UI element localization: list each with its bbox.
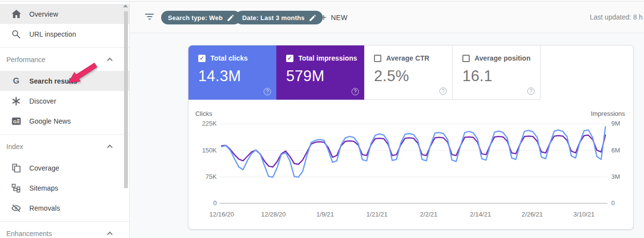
filter-toolbar: Search type: Web Date: Last 3 months + N… xyxy=(130,1,644,33)
chevron-up-icon xyxy=(107,144,112,150)
tile-value: 16.1 xyxy=(462,67,540,85)
tile-label: Total clicks xyxy=(210,54,248,62)
sidebar-item-label: Discover xyxy=(29,97,56,105)
date-range-chip[interactable]: Date: Last 3 months xyxy=(235,11,323,24)
sidebar-item-label: Google News xyxy=(29,117,71,125)
tile-value: 579M xyxy=(286,67,364,85)
magnifier-icon xyxy=(10,29,22,40)
section-label: Performance xyxy=(6,56,45,64)
sidebar-item-discover[interactable]: Discover xyxy=(0,91,129,111)
help-icon[interactable]: ? xyxy=(439,87,447,95)
sidebar-section-performance[interactable]: Performance xyxy=(0,48,129,71)
sidebar-item-label: URL inspection xyxy=(29,30,76,38)
sidebar-item-label: Sitemaps xyxy=(29,184,58,192)
performance-panel: ✓ Total clicks 14.3M ? ✓ Total impressio… xyxy=(188,45,634,230)
sidebar-item-sitemaps[interactable]: Sitemaps xyxy=(0,178,129,198)
svg-text:G: G xyxy=(13,118,17,124)
tile-value: 14.3M xyxy=(198,67,276,85)
new-filter-button[interactable]: + NEW xyxy=(321,11,348,24)
sidebar-item-url-inspection[interactable]: URL inspection xyxy=(0,24,129,44)
chip-label: Search type: Web xyxy=(168,14,223,22)
sidebar-item-coverage[interactable]: Coverage xyxy=(0,158,129,178)
google-news-icon: G xyxy=(10,116,22,127)
tile-filler xyxy=(540,45,633,100)
section-label: Index xyxy=(6,143,23,151)
checkbox-empty-icon[interactable] xyxy=(374,55,381,62)
coverage-pages-icon xyxy=(10,163,22,173)
sidebar: Overview URL inspection Performance G Se… xyxy=(0,1,130,238)
tile-label: Average CTR xyxy=(386,54,430,62)
chevron-up-icon xyxy=(107,57,112,63)
sidebar-item-search-results[interactable]: G Search results xyxy=(0,71,129,91)
tile-label: Total impressions xyxy=(298,54,357,62)
average-position-tile[interactable]: Average position 16.1 ? xyxy=(452,45,540,100)
sidebar-section-index[interactable]: Index xyxy=(0,135,129,158)
edit-pencil-icon xyxy=(228,15,234,21)
chevron-up-icon xyxy=(107,231,112,237)
average-ctr-tile[interactable]: Average CTR 2.5% ? xyxy=(364,45,452,100)
series-line-clicks xyxy=(222,127,605,177)
total-clicks-tile[interactable]: ✓ Total clicks 14.3M ? xyxy=(188,45,276,100)
section-label: Enhancements xyxy=(6,230,52,238)
chip-label: Date: Last 3 months xyxy=(242,14,305,22)
google-g-icon: G xyxy=(10,76,22,87)
scrollbar-up-arrow[interactable] xyxy=(123,4,128,7)
removals-eye-off-icon xyxy=(10,203,22,214)
search-type-chip[interactable]: Search type: Web xyxy=(161,11,241,24)
help-icon[interactable]: ? xyxy=(527,87,535,95)
sidebar-item-label: Coverage xyxy=(29,164,60,172)
tile-value: 2.5% xyxy=(374,67,452,85)
checkbox-empty-icon[interactable] xyxy=(462,55,470,62)
checkbox-checked-icon[interactable]: ✓ xyxy=(198,55,206,62)
performance-chart: Clicks Impressions 225K 150K 75K 0 9M 6M… xyxy=(188,100,633,229)
sidebar-scrollbar[interactable] xyxy=(124,11,128,188)
sidebar-section-enhancements[interactable]: Enhancements xyxy=(0,222,129,238)
sidebar-item-removals[interactable]: Removals xyxy=(0,198,129,218)
sidebar-item-overview[interactable]: Overview xyxy=(0,4,129,24)
help-icon[interactable]: ? xyxy=(352,88,359,95)
last-updated-text: Last updated: 8 h xyxy=(590,13,643,21)
plus-icon: + xyxy=(321,13,327,22)
total-impressions-tile[interactable]: ✓ Total impressions 579M ? xyxy=(276,45,364,100)
sidebar-item-label: Overview xyxy=(29,10,58,18)
metric-tiles: ✓ Total clicks 14.3M ? ✓ Total impressio… xyxy=(188,45,633,100)
sitemaps-tree-icon xyxy=(10,183,22,194)
checkbox-checked-icon[interactable]: ✓ xyxy=(286,55,293,62)
help-icon[interactable]: ? xyxy=(264,88,271,95)
chart-canvas[interactable] xyxy=(188,100,633,229)
main-content: Search type: Web Date: Last 3 months + N… xyxy=(130,1,644,238)
sidebar-item-label: Search results xyxy=(29,77,77,85)
edit-pencil-icon xyxy=(310,15,316,21)
sidebar-item-label: Removals xyxy=(29,204,60,212)
sidebar-item-google-news[interactable]: G Google News xyxy=(0,111,129,131)
discover-asterisk-icon xyxy=(10,96,22,107)
search-console-screen: Overview URL inspection Performance G Se… xyxy=(0,0,644,238)
home-icon xyxy=(10,9,22,20)
filter-funnel-icon[interactable] xyxy=(145,14,154,21)
tile-label: Average position xyxy=(475,54,531,62)
